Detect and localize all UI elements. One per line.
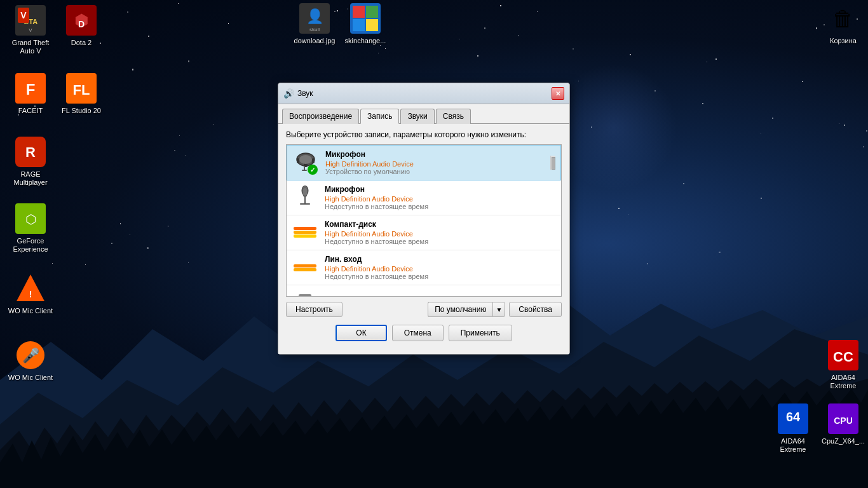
properties-button[interactable]: Свойства <box>509 302 562 317</box>
set-default-wrapper: По умолчанию ▼ <box>428 302 505 317</box>
device-item-mic3[interactable]: Микрофон ▼ <box>287 285 561 297</box>
dialog-titlebar: 🔊 Звук ✕ <box>278 83 569 104</box>
set-default-button[interactable]: По умолчанию <box>428 302 492 317</box>
device-driver-mic1: High Definition Audio Device <box>325 160 550 168</box>
device-info-mic1: Микрофон High Definition Audio Device Ус… <box>325 150 550 175</box>
device-driver-linein: High Definition Audio Device <box>325 265 556 273</box>
svg-rect-51 <box>294 231 316 234</box>
apply-button[interactable]: Применить <box>449 325 512 341</box>
dialog-buttons-row1: Настроить По умолчанию ▼ Свойства <box>286 302 562 317</box>
device-status-cd: Недоступно в настоящее время <box>325 238 556 245</box>
device-icon-linein <box>292 254 318 281</box>
svg-rect-55 <box>294 268 316 271</box>
device-scrollbar-1 <box>550 156 555 170</box>
svg-rect-42 <box>297 158 299 163</box>
dialog-overlay: 🔊 Звук ✕ Воспроизведение Запись Звуки Св… <box>0 0 868 488</box>
cancel-button[interactable]: Отмена <box>392 325 444 341</box>
svg-rect-57 <box>302 296 308 297</box>
svg-rect-49 <box>300 203 310 205</box>
device-icon-mic3 <box>292 289 318 297</box>
ok-button[interactable]: ОК <box>336 325 386 341</box>
device-info-mic2: Микрофон High Definition Audio Device Не… <box>325 185 556 210</box>
device-info-cd: Компакт-диск High Definition Audio Devic… <box>325 220 556 245</box>
device-driver-cd: High Definition Audio Device <box>325 230 556 238</box>
dialog-tabs: Воспроизведение Запись Звуки Связь <box>278 104 569 124</box>
svg-rect-43 <box>312 158 315 163</box>
device-status-linein: Недоступно в настоящее время <box>325 273 556 280</box>
svg-rect-54 <box>294 264 316 268</box>
dialog-title-text: Звук <box>297 89 313 98</box>
device-item-mic1[interactable]: ✓ Микрофон High Definition Audio Device … <box>287 145 561 180</box>
configure-button[interactable]: Настроить <box>286 302 342 317</box>
desktop: GTA V V Grand Theft Auto V ⬢ D Dota 2 <box>0 0 868 488</box>
device-status-mic2: Недоступно в настоящее время <box>325 203 556 210</box>
dialog-buttons-row2: ОК Отмена Применить <box>286 325 562 348</box>
set-default-arrow-button[interactable]: ▼ <box>492 302 505 317</box>
device-item-linein[interactable]: Лин. вход High Definition Audio Device Н… <box>287 250 561 285</box>
svg-rect-52 <box>294 227 316 230</box>
device-name-cd: Компакт-диск <box>325 220 556 229</box>
svg-rect-50 <box>303 188 307 196</box>
device-icon-mic1: ✓ <box>292 149 319 176</box>
tab-sounds[interactable]: Звуки <box>400 109 434 124</box>
scrollbar-thumb-1 <box>552 157 555 170</box>
device-check-icon: ✓ <box>308 165 318 175</box>
device-list[interactable]: ✓ Микрофон High Definition Audio Device … <box>286 144 562 297</box>
tab-recording[interactable]: Запись <box>360 109 399 124</box>
button-group-left: Настроить <box>286 302 342 317</box>
svg-rect-48 <box>304 197 306 203</box>
device-icon-mic2 <box>292 184 318 211</box>
device-icon-cd <box>292 219 318 246</box>
sound-dialog-icon: 🔊 <box>283 88 294 98</box>
dialog-content: Выберите устройство записи, параметры ко… <box>278 124 569 354</box>
device-info-linein: Лин. вход High Definition Audio Device Н… <box>325 255 556 280</box>
device-name-linein: Лин. вход <box>325 255 556 264</box>
device-name-mic2: Микрофон <box>325 185 556 194</box>
tab-communication[interactable]: Связь <box>436 109 471 124</box>
svg-point-41 <box>299 155 312 164</box>
dialog-title-left: 🔊 Звук <box>283 88 313 98</box>
svg-rect-56 <box>299 294 311 297</box>
device-item-cd[interactable]: Компакт-диск High Definition Audio Devic… <box>287 215 561 250</box>
dialog-instruction: Выберите устройство записи, параметры ко… <box>286 130 562 139</box>
device-name-mic1: Микрофон <box>325 150 550 159</box>
dialog-close-button[interactable]: ✕ <box>552 87 564 100</box>
button-group-right: По умолчанию ▼ Свойства <box>428 302 562 317</box>
svg-rect-45 <box>302 170 307 171</box>
tab-playback[interactable]: Воспроизведение <box>282 109 359 124</box>
device-driver-mic2: High Definition Audio Device <box>325 195 556 203</box>
device-status-mic1: Устройство по умолчанию <box>325 168 550 175</box>
sound-dialog: 🔊 Звук ✕ Воспроизведение Запись Звуки Св… <box>278 83 570 355</box>
device-item-mic2[interactable]: Микрофон High Definition Audio Device Не… <box>287 180 561 215</box>
svg-rect-53 <box>294 234 316 238</box>
